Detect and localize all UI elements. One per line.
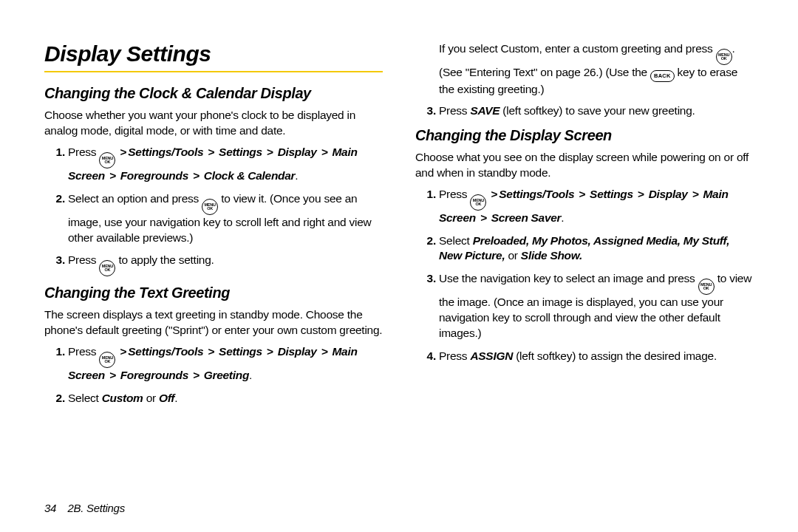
- back-key-icon: BACK: [650, 70, 674, 82]
- sec3-title: Changing the Display Screen: [415, 126, 754, 144]
- sec1-step3: Press MENUOK to apply the setting.: [68, 253, 383, 276]
- text: (left softkey) to save your new greeting…: [502, 104, 695, 117]
- option-slideshow: Slide Show.: [521, 249, 582, 262]
- menu-ok-key-icon: MENUOK: [202, 199, 218, 215]
- text: Press: [68, 345, 96, 358]
- text: Use the navigation key to select an imag…: [439, 272, 695, 284]
- sec3-step1: Press MENUOK >Settings/Tools > Settings …: [439, 187, 754, 226]
- menu-ok-key-icon: MENUOK: [698, 279, 715, 295]
- sec1-title: Changing the Clock & Calendar Display: [44, 84, 383, 102]
- sec3-step3: Use the navigation key to select an imag…: [439, 271, 754, 341]
- text: Select: [68, 392, 99, 404]
- sec3-intro: Choose what you see on the display scree…: [415, 150, 754, 181]
- assign-softkey: ASSIGN: [470, 349, 513, 362]
- text: Press: [439, 188, 467, 200]
- sec2-step1: Press MENUOK >Settings/Tools > Settings …: [68, 344, 383, 383]
- save-softkey: SAVE: [470, 104, 499, 117]
- text: Press: [68, 253, 96, 266]
- left-column: Display Settings Changing the Clock & Ca…: [44, 41, 383, 496]
- menu-ok-key-icon: MENUOK: [99, 260, 115, 276]
- sec2-steps-part1: Press MENUOK >Settings/Tools > Settings …: [44, 344, 383, 406]
- page-number: 34: [44, 502, 56, 514]
- sec1-steps: Press MENUOK >Settings/Tools > Settings …: [44, 145, 383, 277]
- text: Press: [68, 146, 96, 158]
- text: Press: [439, 349, 467, 362]
- sec3-steps: Press MENUOK >Settings/Tools > Settings …: [415, 187, 754, 364]
- sec2-step3: Press SAVE (left softkey) to save your n…: [439, 103, 754, 119]
- option-custom: Custom: [102, 392, 143, 404]
- sec1-intro: Choose whether you want your phone's clo…: [44, 108, 383, 139]
- sec2-intro: The screen displays a text greeting in s…: [44, 307, 383, 338]
- text: (left softkey) to assign the desired ima…: [516, 349, 717, 362]
- text: Select an option and press: [68, 192, 199, 205]
- text: If you select Custom, enter a custom gre…: [439, 42, 713, 55]
- text: or: [508, 249, 518, 262]
- section-label: 2B. Settings: [68, 502, 125, 514]
- sec1-step1: Press MENUOK >Settings/Tools > Settings …: [68, 145, 383, 184]
- sec3-step4: Press ASSIGN (left softkey) to assign th…: [439, 349, 754, 364]
- sec2-title: Changing the Text Greeting: [44, 284, 383, 301]
- sec3-step2: Select Preloaded, My Photos, Assigned Me…: [439, 233, 754, 265]
- sec2-continuation: If you select Custom, enter a custom gre…: [415, 41, 754, 98]
- text: Select: [439, 234, 470, 247]
- option-off: Off: [159, 392, 174, 404]
- title-underline: [44, 71, 383, 72]
- menu-ok-key-icon: MENUOK: [716, 49, 732, 65]
- text: Press: [439, 104, 467, 117]
- sec2-steps-part2: Press SAVE (left softkey) to save your n…: [415, 103, 754, 119]
- menu-ok-key-icon: MENUOK: [99, 152, 115, 168]
- options-list: Preloaded, My Photos, Assigned Media, My…: [439, 234, 729, 262]
- page-title: Display Settings: [44, 41, 383, 66]
- right-column: If you select Custom, enter a custom gre…: [415, 41, 754, 496]
- text: or: [146, 392, 156, 404]
- menu-ok-key-icon: MENUOK: [99, 352, 115, 368]
- sec2-step2: Select Custom or Off.: [68, 391, 383, 406]
- menu-ok-key-icon: MENUOK: [470, 194, 486, 211]
- text: to apply the setting.: [119, 253, 214, 266]
- page-footer: 34 2B. Settings: [44, 496, 754, 514]
- sec1-step2: Select an option and press MENUOK to vie…: [68, 191, 383, 246]
